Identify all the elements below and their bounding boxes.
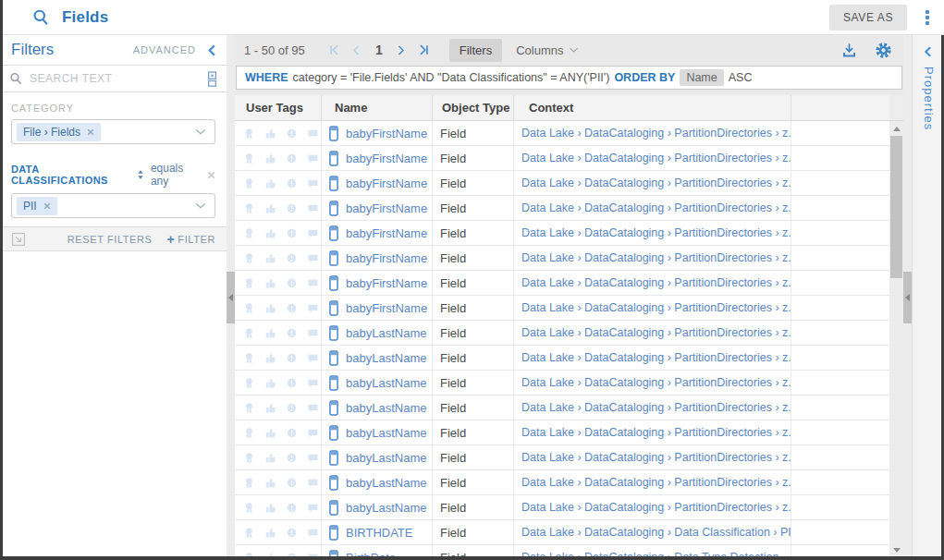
- remove-filter-icon[interactable]: [207, 171, 215, 179]
- last-page-button[interactable]: [412, 41, 435, 59]
- table-row[interactable]: babyLastName Field Data Lake › DataCatal…: [235, 371, 889, 396]
- add-filter-button[interactable]: + FILTER: [167, 233, 215, 246]
- field-name-link[interactable]: babyFirstName: [346, 152, 427, 165]
- context-cell: Data Lake › DataCataloging › PartitionDi…: [514, 371, 791, 395]
- context-breadcrumb-link[interactable]: Data Lake › DataCataloging › PartitionDi…: [521, 152, 791, 164]
- field-name-link[interactable]: babyLastName: [346, 376, 426, 390]
- table-row[interactable]: babyFirstName Field Data Lake › DataCata…: [235, 196, 889, 221]
- operator-toggle-icon[interactable]: [137, 169, 144, 180]
- operator-label[interactable]: equals any: [151, 162, 201, 188]
- table-row[interactable]: babyFirstName Field Data Lake › DataCata…: [235, 271, 889, 296]
- export-download-icon[interactable]: [840, 42, 858, 59]
- field-name-link[interactable]: babyFirstName: [346, 276, 427, 290]
- table-row[interactable]: BIRTHDATE Field Data Lake › DataCatalogi…: [235, 520, 889, 545]
- comment-icon: [306, 301, 320, 315]
- field-name-link[interactable]: babyLastName: [346, 451, 426, 465]
- scroll-down-arrow-icon[interactable]: [893, 548, 901, 553]
- sidebar-collapse-icon[interactable]: [205, 43, 219, 57]
- context-breadcrumb-link[interactable]: Data Lake › DataCataloging › PartitionDi…: [521, 326, 791, 339]
- table-row[interactable]: babyLastName Field Data Lake › DataCatal…: [235, 470, 889, 495]
- more-menu-icon[interactable]: [920, 8, 935, 27]
- field-name-link[interactable]: BIRTHDATE: [346, 526, 412, 540]
- context-breadcrumb-link[interactable]: Data Lake › DataCataloging › PartitionDi…: [521, 201, 791, 214]
- field-name-link[interactable]: babyFirstName: [346, 226, 427, 240]
- query-segment-chip[interactable]: Name: [680, 69, 723, 86]
- settings-gear-icon[interactable]: [875, 42, 892, 59]
- save-as-button[interactable]: SAVE AS: [829, 5, 907, 30]
- context-breadcrumb-link[interactable]: Data Lake › DataCataloging › PartitionDi…: [521, 401, 791, 414]
- field-name-link[interactable]: babyLastName: [346, 501, 426, 515]
- table-row[interactable]: babyFirstName Field Data Lake › DataCata…: [235, 171, 889, 196]
- column-header-object-type[interactable]: Object Type: [433, 95, 514, 120]
- field-name-link[interactable]: babyFirstName: [346, 201, 427, 215]
- name-cell: babyFirstName: [322, 171, 433, 195]
- advanced-link[interactable]: ADVANCED: [133, 44, 196, 55]
- category-select[interactable]: File › Fields: [11, 119, 215, 144]
- context-breadcrumb-link[interactable]: Data Lake › DataCataloging › PartitionDi…: [521, 376, 791, 389]
- properties-expand-icon[interactable]: [922, 45, 935, 58]
- context-breadcrumb-link[interactable]: Data Lake › DataCataloging › PartitionDi…: [521, 501, 791, 514]
- field-name-link[interactable]: babyFirstName: [346, 127, 427, 140]
- filters-title: Filters: [11, 41, 54, 59]
- column-header-name[interactable]: Name: [322, 95, 433, 120]
- right-splitter-handle[interactable]: [903, 272, 912, 323]
- search-text-input[interactable]: [30, 72, 200, 85]
- left-splitter-handle[interactable]: [227, 272, 235, 323]
- context-breadcrumb-link[interactable]: Data Lake › DataCataloging › PartitionDi…: [521, 451, 791, 464]
- info-icon: [285, 226, 299, 240]
- table-row[interactable]: babyLastName Field Data Lake › DataCatal…: [235, 445, 889, 470]
- table-row[interactable]: babyLastName Field Data Lake › DataCatal…: [235, 420, 889, 445]
- field-name-link[interactable]: babyLastName: [346, 426, 426, 440]
- field-name-link[interactable]: babyFirstName: [346, 251, 427, 265]
- filters-toggle-button[interactable]: Filters: [449, 39, 502, 62]
- prev-page-button[interactable]: [346, 41, 368, 59]
- table-row[interactable]: babyFirstName Field Data Lake › DataCata…: [235, 246, 889, 271]
- pop-out-icon[interactable]: [11, 232, 26, 247]
- field-name-link[interactable]: babyLastName: [346, 351, 426, 365]
- search-options-icon[interactable]: [207, 70, 217, 88]
- field-name-link[interactable]: babyFirstName: [346, 177, 427, 190]
- table-row[interactable]: babyLastName Field Data Lake › DataCatal…: [235, 495, 889, 520]
- table-row[interactable]: babyLastName Field Data Lake › DataCatal…: [235, 346, 889, 371]
- reset-filters-button[interactable]: RESET FILTERS: [67, 234, 153, 245]
- properties-panel-tab[interactable]: Properties: [912, 35, 944, 560]
- field-name-link[interactable]: babyLastName: [346, 401, 426, 415]
- table-row[interactable]: babyFirstName Field Data Lake › DataCata…: [235, 121, 889, 146]
- scrollbar-track[interactable]: [889, 121, 903, 560]
- blank-cell: [791, 470, 889, 494]
- filters-sidebar: Filters ADVANCED: [0, 35, 227, 560]
- data-classifications-select[interactable]: PII: [11, 193, 215, 218]
- context-breadcrumb-link[interactable]: Data Lake › DataCataloging › PartitionDi…: [521, 226, 791, 239]
- pii-chip-remove-icon[interactable]: [43, 202, 51, 210]
- column-header-user-tags[interactable]: User Tags: [235, 95, 322, 120]
- table-row[interactable]: babyFirstName Field Data Lake › DataCata…: [235, 296, 889, 321]
- scroll-up-arrow-icon[interactable]: [893, 127, 901, 131]
- context-breadcrumb-link[interactable]: Data Lake › DataCataloging › PartitionDi…: [521, 177, 791, 189]
- field-name-link[interactable]: babyLastName: [346, 326, 426, 340]
- thumbs-up-icon: [264, 127, 277, 140]
- context-breadcrumb-link[interactable]: Data Lake › DataCataloging › PartitionDi…: [521, 276, 791, 289]
- context-breadcrumb-link[interactable]: Data Lake › DataCataloging › PartitionDi…: [521, 301, 791, 314]
- scrollbar-thumb[interactable]: [890, 136, 902, 278]
- table-row[interactable]: babyFirstName Field Data Lake › DataCata…: [235, 221, 889, 246]
- context-breadcrumb-link[interactable]: Data Lake › DataCataloging › Data Classi…: [521, 526, 791, 539]
- table-body: babyFirstName Field Data Lake › DataCata…: [235, 121, 889, 560]
- field-name-link[interactable]: babyFirstName: [346, 301, 427, 315]
- user-tags-cell: [235, 420, 322, 444]
- context-breadcrumb-link[interactable]: Data Lake › DataCataloging › PartitionDi…: [521, 351, 791, 364]
- table-row[interactable]: babyFirstName Field Data Lake › DataCata…: [235, 146, 889, 171]
- columns-dropdown-button[interactable]: Columns: [516, 43, 579, 57]
- context-breadcrumb-link[interactable]: Data Lake › DataCataloging › PartitionDi…: [521, 251, 791, 264]
- certification-ribbon-icon: [242, 301, 256, 315]
- table-row[interactable]: babyLastName Field Data Lake › DataCatal…: [235, 396, 889, 420]
- blank-cell: [791, 221, 889, 245]
- context-breadcrumb-link[interactable]: Data Lake › DataCataloging › PartitionDi…: [521, 127, 791, 140]
- context-breadcrumb-link[interactable]: Data Lake › DataCataloging › PartitionDi…: [521, 426, 791, 439]
- category-chip-remove-icon[interactable]: [87, 128, 94, 136]
- field-name-link[interactable]: babyLastName: [346, 476, 426, 490]
- table-row[interactable]: babyLastName Field Data Lake › DataCatal…: [235, 321, 889, 346]
- next-page-button[interactable]: [390, 41, 412, 59]
- column-header-context[interactable]: Context: [514, 95, 791, 120]
- first-page-button[interactable]: [324, 41, 346, 59]
- context-breadcrumb-link[interactable]: Data Lake › DataCataloging › PartitionDi…: [521, 476, 791, 489]
